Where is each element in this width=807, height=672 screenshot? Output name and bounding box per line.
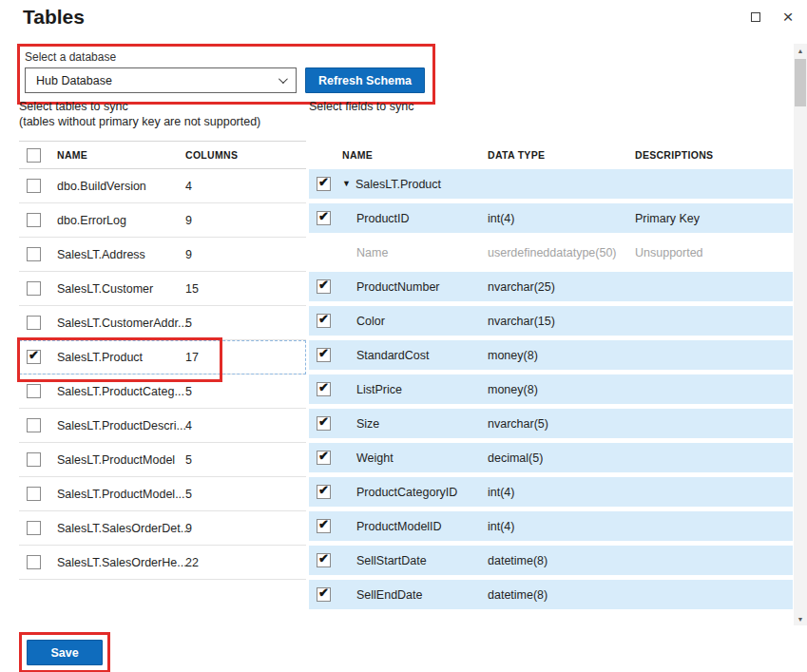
- table-row[interactable]: SalesLT.CustomerAddr... 5: [19, 306, 306, 340]
- tables-panel-subtitle: (tables without primary key are not supp…: [19, 114, 306, 129]
- database-select[interactable]: Hub Database: [25, 67, 297, 93]
- field-name: SellEndDate: [356, 588, 423, 602]
- tables-list: dbo.BuildVersion 4 dbo.ErrorLog 9 SalesL…: [19, 169, 306, 580]
- field-name: Size: [356, 417, 379, 431]
- table-row[interactable]: dbo.BuildVersion 4: [19, 169, 306, 203]
- scrollbar-thumb[interactable]: [795, 59, 806, 106]
- field-row[interactable]: ▼ SalesLT.Product: [309, 169, 793, 199]
- row-checkbox[interactable]: [27, 521, 41, 535]
- close-x-glyph: ×: [782, 10, 793, 25]
- field-row[interactable]: ProductModelID int(4): [309, 511, 793, 541]
- select-all-checkbox[interactable]: [27, 148, 41, 163]
- field-row[interactable]: ProductNumber nvarchar(25): [309, 272, 793, 301]
- field-name-cell: Name: [342, 246, 488, 259]
- field-checkbox[interactable]: [317, 382, 331, 396]
- vertical-scrollbar[interactable]: ▲ ▼: [794, 44, 807, 625]
- scroll-up-icon[interactable]: ▲: [794, 44, 807, 57]
- field-row[interactable]: ProductID int(4) Primary Key: [309, 203, 793, 233]
- field-row[interactable]: ListPrice money(8): [309, 374, 793, 404]
- save-button[interactable]: Save: [27, 640, 103, 665]
- field-name: ProductNumber: [356, 280, 440, 294]
- row-checkbox[interactable]: [27, 316, 41, 330]
- field-description: Unsupported: [635, 246, 793, 259]
- fields-column-header-descriptions: DESCRIPTIONS: [635, 149, 793, 161]
- field-name-cell: ▼ SalesLT.Product: [342, 178, 488, 191]
- tables-header-row: NAME COLUMNS: [19, 141, 306, 169]
- field-checkbox[interactable]: [317, 177, 331, 191]
- fields-panel: Select fields to sync NAME DATA TYPE DES…: [309, 99, 793, 614]
- chevron-down-icon: [279, 74, 288, 84]
- table-row[interactable]: SalesLT.Address 9: [19, 238, 306, 272]
- field-name-cell: ListPrice: [342, 383, 488, 396]
- refresh-schema-button[interactable]: Refresh Schema: [305, 67, 425, 93]
- expand-caret-icon[interactable]: ▼: [342, 180, 351, 188]
- row-checkbox[interactable]: [27, 179, 41, 193]
- row-checkbox[interactable]: [27, 213, 41, 227]
- fields-column-header-datatype: DATA TYPE: [488, 149, 635, 161]
- row-checkbox[interactable]: [27, 452, 41, 467]
- field-name: StandardCost: [356, 349, 429, 362]
- table-columns-count: 22: [185, 556, 306, 569]
- database-section-annotation: Select a database Hub Database Refresh S…: [17, 44, 435, 105]
- table-name: SalesLT.ProductModel: [57, 453, 185, 467]
- field-data-type: nvarchar(15): [488, 315, 635, 328]
- row-checkbox[interactable]: [27, 418, 41, 432]
- row-checkbox[interactable]: [27, 247, 41, 261]
- field-checkbox[interactable]: [317, 519, 331, 533]
- row-checkbox[interactable]: [27, 350, 41, 364]
- field-checkbox[interactable]: [317, 587, 331, 602]
- table-row[interactable]: SalesLT.ProductDescri... 4: [19, 409, 306, 443]
- field-row[interactable]: StandardCost money(8): [309, 340, 793, 370]
- field-name: ProductID: [356, 212, 410, 225]
- table-name: dbo.BuildVersion: [57, 180, 185, 193]
- table-row[interactable]: SalesLT.ProductModel 5: [19, 443, 306, 477]
- field-data-type: nvarchar(5): [488, 417, 635, 431]
- field-checkbox[interactable]: [317, 553, 331, 567]
- field-row[interactable]: Weight decimal(5): [309, 443, 793, 472]
- field-data-type: int(4): [488, 520, 635, 533]
- field-row[interactable]: SellEndDate datetime(8): [309, 580, 793, 609]
- field-checkbox[interactable]: [317, 211, 331, 225]
- field-row[interactable]: SellStartDate datetime(8): [309, 546, 793, 575]
- field-checkbox[interactable]: [317, 348, 331, 362]
- table-row[interactable]: SalesLT.SalesOrderDet... 9: [19, 511, 306, 546]
- field-checkbox[interactable]: [317, 314, 331, 328]
- field-checkbox[interactable]: [317, 279, 331, 294]
- maximize-square-glyph: [751, 12, 760, 22]
- tables-column-header-name: NAME: [57, 149, 185, 161]
- close-icon[interactable]: ×: [780, 10, 796, 25]
- field-row[interactable]: Size nvarchar(5): [309, 409, 793, 438]
- field-name: Weight: [356, 451, 394, 465]
- field-checkbox[interactable]: [317, 416, 331, 431]
- table-name: SalesLT.Customer: [57, 282, 185, 296]
- field-name: Name: [356, 246, 388, 259]
- table-columns-count: 4: [185, 180, 306, 193]
- fields-column-header-name: NAME: [342, 149, 488, 161]
- field-name-cell: ProductID: [342, 212, 488, 225]
- field-row[interactable]: Color nvarchar(15): [309, 306, 793, 336]
- field-description: Primary Key: [635, 212, 793, 225]
- field-row[interactable]: Name userdefineddatatype(50) Unsupported: [309, 238, 793, 267]
- field-name: Color: [356, 315, 385, 328]
- field-name: ListPrice: [356, 383, 402, 396]
- table-row[interactable]: SalesLT.ProductCateg... 5: [19, 374, 306, 409]
- field-checkbox[interactable]: [317, 485, 331, 499]
- row-checkbox[interactable]: [27, 281, 41, 296]
- table-row[interactable]: SalesLT.Product 17: [19, 340, 306, 374]
- scroll-down-icon[interactable]: ▼: [794, 612, 807, 625]
- row-checkbox[interactable]: [27, 487, 41, 501]
- field-name: ProductCategoryID: [356, 486, 457, 499]
- table-row[interactable]: SalesLT.Customer 15: [19, 272, 306, 306]
- table-row[interactable]: dbo.ErrorLog 9: [19, 203, 306, 238]
- field-data-type: userdefineddatatype(50): [488, 246, 635, 259]
- field-name-cell: Color: [342, 315, 488, 328]
- table-row[interactable]: SalesLT.SalesOrderHe... 22: [19, 546, 306, 580]
- field-checkbox[interactable]: [317, 451, 331, 465]
- table-row[interactable]: SalesLT.ProductModel... 5: [19, 477, 306, 511]
- row-checkbox[interactable]: [27, 384, 41, 398]
- field-row[interactable]: ProductCategoryID int(4): [309, 477, 793, 507]
- maximize-icon[interactable]: [748, 10, 763, 25]
- table-columns-count: 4: [185, 419, 306, 432]
- row-checkbox[interactable]: [27, 555, 41, 569]
- save-button-annotation: Save: [19, 632, 110, 672]
